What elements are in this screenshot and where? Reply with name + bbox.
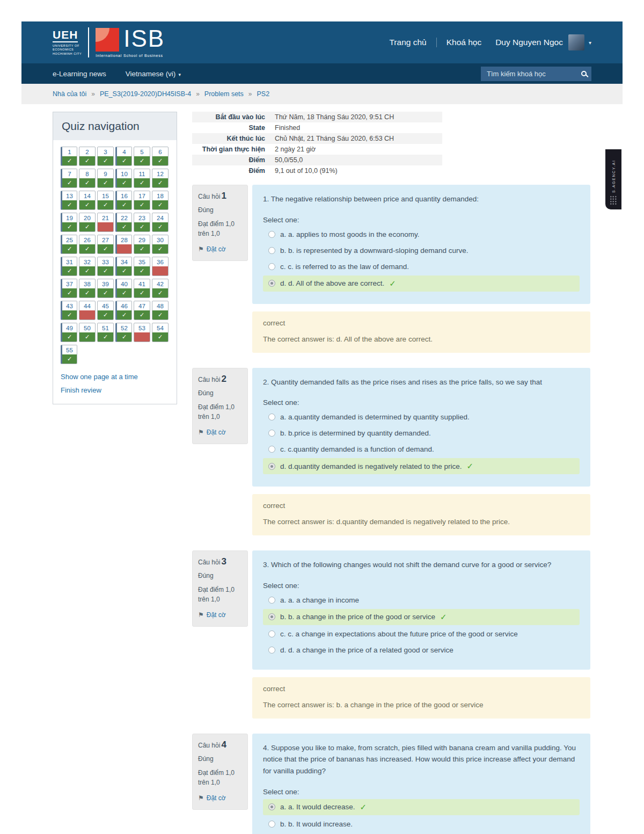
- answer-option[interactable]: a. a.quantity demanded is determined by …: [263, 410, 580, 424]
- radio-selected-icon[interactable]: [268, 280, 275, 287]
- user-name-link[interactable]: Duy Nguyen Ngoc: [495, 38, 563, 47]
- quiz-nav-question-17[interactable]: 17✓: [134, 191, 150, 210]
- quiz-nav-question-29[interactable]: 29✓: [134, 235, 150, 254]
- quiz-nav-question-32[interactable]: 32✓: [79, 257, 96, 276]
- radio-icon[interactable]: [268, 430, 275, 437]
- quiz-nav-question-21[interactable]: 21: [97, 213, 114, 232]
- quiz-nav-question-55[interactable]: 55✓: [61, 345, 77, 364]
- quiz-nav-question-42[interactable]: 42✓: [152, 279, 169, 298]
- radio-icon[interactable]: [268, 247, 275, 254]
- quiz-nav-question-52[interactable]: 52✓: [115, 323, 132, 342]
- quiz-nav-question-3[interactable]: 3✓: [97, 147, 114, 166]
- radio-icon[interactable]: [268, 630, 275, 637]
- quiz-nav-question-34[interactable]: 34✓: [115, 257, 132, 276]
- quiz-nav-question-24[interactable]: 24✓: [152, 213, 169, 232]
- quiz-nav-question-49[interactable]: 49✓: [61, 323, 77, 342]
- quiz-nav-question-4[interactable]: 4✓: [115, 147, 132, 166]
- quiz-nav-question-6[interactable]: 6✓: [152, 147, 169, 166]
- quiz-nav-question-7[interactable]: 7✓: [61, 169, 77, 188]
- quiz-nav-question-51[interactable]: 51✓: [97, 323, 114, 342]
- quiz-nav-question-38[interactable]: 38✓: [79, 279, 96, 298]
- search-icon[interactable]: [581, 71, 587, 76]
- quiz-nav-question-16[interactable]: 16✓: [115, 191, 132, 210]
- answer-option[interactable]: c. c. is referred to as the law of deman…: [263, 259, 580, 274]
- quiz-nav-question-25[interactable]: 25✓: [61, 235, 77, 254]
- answer-option[interactable]: b. b. is represented by a downward-slopi…: [263, 243, 580, 258]
- finish-review-link[interactable]: Finish review: [61, 386, 169, 394]
- browser-extension-side-tab[interactable]: S.AGENCY.AI: [605, 149, 621, 209]
- radio-icon[interactable]: [268, 597, 275, 604]
- quiz-nav-question-47[interactable]: 47✓: [134, 301, 150, 320]
- quiz-nav-question-28[interactable]: 28: [115, 235, 132, 254]
- quiz-nav-question-2[interactable]: 2✓: [79, 147, 96, 166]
- flag-question-link[interactable]: Đặt cờ: [207, 611, 226, 619]
- quiz-nav-question-8[interactable]: 8✓: [79, 169, 96, 188]
- radio-icon[interactable]: [268, 414, 275, 420]
- course-search-box[interactable]: [481, 67, 591, 81]
- flag-question-link[interactable]: Đặt cờ: [207, 794, 226, 802]
- answer-option[interactable]: a. a. applies to most goods in the econo…: [263, 227, 580, 242]
- radio-selected-icon[interactable]: [268, 613, 275, 620]
- user-menu[interactable]: Duy Nguyen Ngoc ▾: [495, 34, 591, 50]
- quiz-nav-question-9[interactable]: 9✓: [97, 169, 114, 188]
- radio-icon[interactable]: [268, 647, 275, 654]
- quiz-nav-question-50[interactable]: 50✓: [79, 323, 96, 342]
- quiz-nav-question-31[interactable]: 31✓: [61, 257, 77, 276]
- answer-option[interactable]: d. d. All of the above are correct.✓: [263, 275, 580, 292]
- quiz-nav-question-30[interactable]: 30✓: [152, 235, 169, 254]
- quiz-nav-question-12[interactable]: 12✓: [152, 169, 169, 188]
- answer-option[interactable]: b. b.price is determined by quantity dem…: [263, 426, 580, 440]
- ueh-isb-logo[interactable]: UEH UNIVERSITY OF ECONOMICS HOCHIMINH CI…: [53, 27, 165, 57]
- flag-question-link[interactable]: Đặt cờ: [207, 245, 226, 253]
- breadcrumb-home[interactable]: Nhà của tôi: [53, 90, 86, 98]
- show-one-page-link[interactable]: Show one page at a time: [61, 373, 169, 381]
- quiz-nav-question-46[interactable]: 46✓: [115, 301, 132, 320]
- quiz-nav-question-43[interactable]: 43✓: [61, 301, 77, 320]
- quiz-nav-question-33[interactable]: 33✓: [97, 257, 114, 276]
- breadcrumb-quiz[interactable]: PS2: [257, 90, 270, 98]
- quiz-nav-question-20[interactable]: 20✓: [79, 213, 96, 232]
- answer-option[interactable]: b. b. a change in the price of the good …: [263, 609, 580, 625]
- radio-icon[interactable]: [268, 263, 275, 270]
- quiz-nav-question-11[interactable]: 11✓: [134, 169, 150, 188]
- radio-icon[interactable]: [268, 446, 275, 453]
- quiz-nav-question-18[interactable]: 18✓: [152, 191, 169, 210]
- flag-question-link[interactable]: Đặt cờ: [207, 429, 226, 436]
- elearning-news-link[interactable]: e-Learning news: [53, 70, 106, 78]
- radio-selected-icon[interactable]: [268, 463, 275, 470]
- quiz-nav-question-26[interactable]: 26✓: [79, 235, 96, 254]
- answer-option[interactable]: b. b. It would increase.: [263, 817, 580, 831]
- quiz-nav-question-22[interactable]: 22✓: [115, 213, 132, 232]
- nav-home-link[interactable]: Trang chủ: [389, 38, 426, 47]
- answer-option[interactable]: c. c. a change in expectations about the…: [263, 627, 580, 641]
- breadcrumb-section[interactable]: Problem sets: [204, 90, 244, 98]
- quiz-nav-question-54[interactable]: 54✓: [152, 323, 169, 342]
- quiz-nav-question-15[interactable]: 15✓: [97, 191, 114, 210]
- quiz-nav-question-39[interactable]: 39✓: [97, 279, 114, 298]
- quiz-nav-question-1[interactable]: 1✓: [61, 147, 77, 166]
- radio-icon[interactable]: [268, 231, 275, 238]
- quiz-nav-question-48[interactable]: 48✓: [152, 301, 169, 320]
- quiz-nav-question-27[interactable]: 27✓: [97, 235, 114, 254]
- quiz-nav-question-36[interactable]: 36: [152, 257, 169, 276]
- breadcrumb-course[interactable]: PE_S3(2019-2020)DH45ISB-4: [100, 90, 191, 98]
- quiz-nav-question-45[interactable]: 45✓: [97, 301, 114, 320]
- quiz-nav-question-5[interactable]: 5✓: [134, 147, 150, 166]
- nav-courses-link[interactable]: Khoá học: [447, 38, 482, 47]
- language-menu[interactable]: Vietnamese (vi)▾: [126, 70, 181, 78]
- answer-option[interactable]: d. d. a change in the price of a related…: [263, 643, 580, 657]
- user-avatar[interactable]: [568, 34, 584, 50]
- quiz-nav-question-37[interactable]: 37✓: [61, 279, 77, 298]
- search-input[interactable]: [486, 69, 578, 78]
- radio-selected-icon[interactable]: [268, 803, 275, 810]
- answer-option[interactable]: c. c.quantity demanded is a function of …: [263, 442, 580, 456]
- quiz-nav-question-23[interactable]: 23✓: [134, 213, 150, 232]
- quiz-nav-question-13[interactable]: 13✓: [61, 191, 77, 210]
- radio-icon[interactable]: [268, 821, 275, 828]
- quiz-nav-question-40[interactable]: 40✓: [115, 279, 132, 298]
- quiz-nav-question-44[interactable]: 44: [79, 301, 96, 320]
- quiz-nav-question-14[interactable]: 14✓: [79, 191, 96, 210]
- quiz-nav-question-53[interactable]: 53: [134, 323, 150, 342]
- answer-option[interactable]: a. a. a change in income: [263, 593, 580, 607]
- chevron-down-icon[interactable]: ▾: [589, 40, 591, 46]
